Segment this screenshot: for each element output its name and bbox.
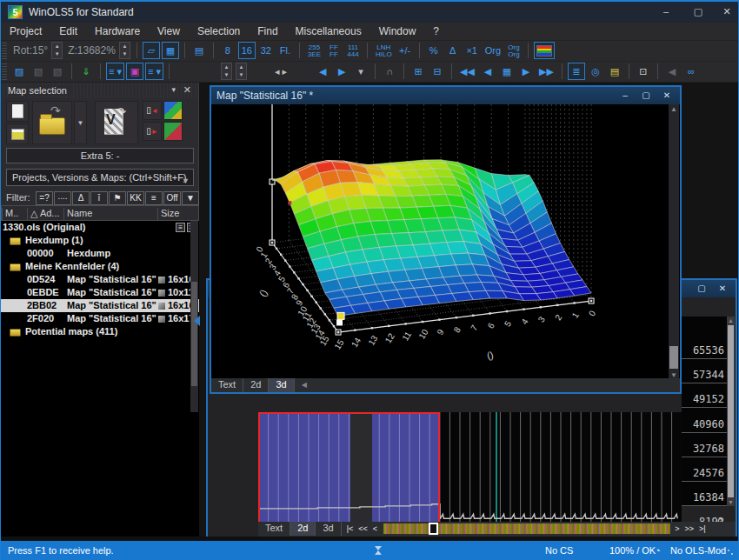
map-close-button[interactable]: ✕ (657, 89, 676, 103)
windows-tile-icon[interactable]: ⊟ (429, 63, 446, 80)
menu-window[interactable]: Window (370, 23, 425, 40)
menu-edit[interactable]: Edit (50, 23, 86, 40)
scroll-up-icon[interactable]: ▲ (669, 104, 679, 115)
panel-collapse-icon[interactable]: ▾ (171, 85, 176, 94)
maps-3d-button[interactable] (163, 122, 183, 141)
map-minimize-button[interactable]: – (616, 89, 635, 103)
menu-project[interactable]: Project (1, 23, 50, 40)
view-hex-icon[interactable]: 255 3EE (305, 42, 323, 59)
width-float-icon[interactable]: Fl. (276, 42, 294, 59)
column-ad[interactable]: △ Ad... (27, 208, 63, 220)
map-3d-view-icon[interactable]: ▦ (162, 42, 179, 59)
hex-grid-icon[interactable]: ▤ (190, 42, 208, 59)
parallelogram-view-icon[interactable]: ▱ (143, 42, 160, 59)
import-map-button[interactable]: ▯◄ (143, 101, 162, 120)
zoom-spinner[interactable]: ▲▼ (119, 42, 130, 59)
map-tab-2d[interactable]: 2d (243, 378, 269, 392)
go-first-icon[interactable]: ◀◀ (457, 63, 477, 80)
pair-arrows-icon[interactable]: ◂ ▸ (272, 63, 290, 80)
resize-grip[interactable] (727, 549, 736, 557)
window-close-button[interactable]: ✕ (716, 4, 738, 19)
menu-[interactable]: ? (424, 23, 448, 40)
delta-icon[interactable]: Δ (444, 42, 462, 59)
menu-miscellaneous[interactable]: Miscellaneous (287, 23, 370, 40)
factor-icon[interactable]: ×1 (463, 42, 481, 59)
menu-view[interactable]: View (149, 23, 189, 40)
new-project-button[interactable] (6, 101, 29, 122)
hexdump-scroll-thumb[interactable] (728, 325, 734, 497)
rotation-spinner[interactable]: ▲▼ (51, 42, 63, 59)
map-edit-icon[interactable]: ▨ (10, 63, 28, 80)
minimap-cursor[interactable] (429, 523, 438, 535)
map-wizard-button[interactable] (163, 101, 183, 120)
preview-zoom-icon[interactable]: ◎ (587, 63, 604, 80)
view-decimal-icon[interactable]: 111 444 (344, 42, 362, 59)
menu-hardware[interactable]: Hardware (86, 23, 149, 40)
tree-row-meine-kennfelder--4-[interactable]: Meine Kennfelder (4) (1, 260, 199, 273)
grid-overview-icon[interactable]: ▦ (498, 63, 516, 80)
org-compare-icon[interactable]: Org Org (505, 42, 523, 59)
window-minimize-button[interactable]: – (655, 4, 677, 19)
nav-caret-icon[interactable]: ▾ (352, 63, 370, 80)
open-folder-small-icon[interactable]: ▤ (606, 63, 623, 80)
go-next-icon[interactable]: ▶ (517, 63, 535, 80)
go-last-icon[interactable]: ▶▶ (536, 63, 556, 80)
rainbow-colors-icon[interactable] (534, 42, 555, 59)
view-highlow-icon[interactable]: FF FF (325, 42, 343, 59)
version-check-button[interactable]: ↷ V (95, 101, 138, 144)
tree-row-hexdump--1-[interactable]: Hexdump (1) (1, 234, 199, 247)
stamp-back-icon[interactable]: ▧ (30, 63, 47, 80)
go-previous-icon[interactable]: ◀ (479, 63, 496, 80)
open-project-button[interactable]: ↷ (32, 101, 72, 144)
sign-icon[interactable]: +/- (396, 42, 414, 59)
window-frame-icon[interactable]: ▣ (126, 63, 143, 80)
value-spinner-a[interactable]: ▲▼ (221, 63, 232, 80)
open-dropdown-button[interactable]: ▼ (74, 101, 87, 144)
map-window-titlebar[interactable]: Map "Statistical 16" * – ▢ ✕ (211, 87, 680, 104)
nav-<-button[interactable]: < (370, 522, 380, 536)
hexdump-minimap[interactable] (383, 523, 670, 534)
panel-close-icon[interactable]: ✕ (183, 84, 191, 96)
tree-row-0D524[interactable]: 0D524Map "Statistical 16"16x16 (1, 273, 199, 286)
hexdump-chart-area[interactable] (258, 412, 682, 526)
filter-rows-button[interactable]: ≡ (145, 191, 163, 205)
nav-right-button[interactable]: >> (682, 522, 696, 536)
nav-back-icon[interactable]: ◀ (314, 63, 331, 80)
panel-header[interactable]: Map selection ▾ ✕ (1, 83, 198, 98)
menu-find[interactable]: Find (249, 23, 286, 40)
tab-scroll-arrow[interactable]: ◀ (295, 378, 307, 392)
tree-row-2BB02[interactable]: 2BB02Map "Statistical 16"16x16 (1, 299, 199, 312)
window-maximize-button[interactable]: ▢ (687, 4, 709, 19)
scope-dropdown[interactable]: Projects, Versions & Maps: (Ctrl+Shift+F… (6, 169, 194, 186)
width-32-icon[interactable]: 32 (257, 42, 275, 59)
splitter-collapse-arrow[interactable] (194, 316, 200, 326)
filter-kk-button[interactable]: KK (127, 191, 144, 205)
nav-right-button[interactable]: >| (696, 522, 709, 536)
nav-forward-icon[interactable]: ▶ (333, 63, 350, 80)
value-spinner-b[interactable]: ▲▼ (236, 63, 247, 80)
column-size[interactable]: Size (157, 208, 200, 220)
map-tab-3d[interactable]: 3d (269, 378, 294, 392)
menu-selection[interactable]: Selection (189, 23, 249, 40)
tree-row-2F020[interactable]: 2F020Map "Statistical 16"16x17 (1, 312, 199, 325)
map-maximize-button[interactable]: ▢ (636, 89, 656, 103)
tree-row-0EBDE[interactable]: 0EBDEMap "Statistical 16"10x11 (1, 286, 199, 299)
tree-row-00000[interactable]: 00000Hexdump (1, 247, 199, 260)
scope-dropdown-arrow[interactable]: ▼ (182, 173, 190, 189)
scroll-up-icon[interactable]: ▲ (727, 317, 735, 324)
hexdump-tab-2d[interactable]: 2d (290, 522, 316, 536)
stamp-forward-icon[interactable]: ▧ (49, 63, 66, 80)
hilo-icon[interactable]: LNH HILO (373, 42, 395, 59)
x-axis-list-icon[interactable]: ≡ ▾ (106, 63, 124, 80)
clipboard-icon[interactable]: ⊡ (635, 63, 652, 80)
map-scroll-thumb[interactable] (669, 346, 678, 369)
filter-equals-button[interactable]: =? (36, 191, 53, 205)
save-project-button[interactable] (6, 123, 29, 144)
tree-row-1330-ols--original-[interactable]: 1330.ols (Original)≡✕ (1, 221, 199, 234)
width-8-icon[interactable]: 8 (219, 42, 236, 59)
filter-dropdown-button[interactable]: ▼ (182, 191, 199, 205)
map-tab-text[interactable]: Text (211, 378, 243, 392)
hexdump-tab-3d[interactable]: 3d (316, 522, 341, 536)
nav-<<-button[interactable]: << (356, 522, 370, 536)
filter-flag-button[interactable]: ⚑ (109, 191, 126, 205)
